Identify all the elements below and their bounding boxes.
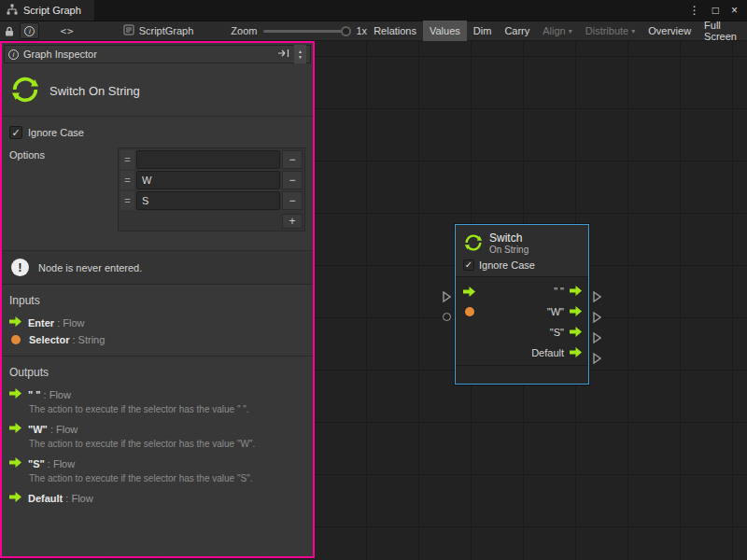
port-label: Default	[531, 347, 564, 358]
flow-arrow-icon	[9, 457, 21, 469]
check-icon: ✓	[465, 260, 472, 270]
carry-button[interactable]: Carry	[498, 21, 536, 41]
values-button[interactable]: Values	[423, 21, 467, 41]
fullscreen-button[interactable]: Full Screen	[698, 21, 747, 41]
node-header[interactable]: Switch On String ✓ Ignore Case	[456, 225, 588, 277]
window-controls: ⋮ □ ×	[689, 4, 747, 17]
output-port-line: " "Flow	[2, 385, 313, 403]
port-label: "W"	[547, 306, 564, 317]
graph-canvas[interactable]: Switch On String ✓ Ignore Case " "	[0, 41, 747, 560]
port-name: Default	[28, 493, 63, 504]
dock-inspector-icon[interactable]	[277, 49, 289, 60]
switch-icon	[463, 232, 484, 255]
ignore-case-checkbox[interactable]: ✓	[9, 126, 22, 139]
warning-text: Node is never entered.	[38, 262, 142, 273]
outputs-header: Outputs	[2, 362, 313, 385]
graph-breadcrumb[interactable]: ScriptGraph	[123, 24, 194, 37]
zoom-value: 1x	[356, 25, 367, 36]
inspected-node-title: Switch On String	[49, 84, 140, 98]
flow-arrow-icon	[9, 316, 21, 329]
port-type: Flow	[45, 458, 75, 469]
pane-scroll-widget[interactable]: ▲ ▼	[294, 45, 306, 63]
output-port-line: "W"Flow	[2, 420, 313, 438]
chevron-down-icon: ▾	[569, 27, 572, 35]
remove-option-button[interactable]: −	[282, 191, 303, 210]
value-port-icon	[11, 335, 21, 344]
drag-handle-icon[interactable]: =	[120, 171, 134, 189]
window-titlebar: Script Graph ⋮ □ ×	[0, 0, 747, 21]
chevron-down-icon: ▾	[631, 27, 635, 35]
output-flow-connector[interactable]	[593, 332, 601, 343]
inspector-header: i Graph Inspector ▲ ▼	[4, 45, 311, 63]
remove-option-button[interactable]: −	[282, 150, 303, 169]
switch-on-string-node[interactable]: Switch On String ✓ Ignore Case " "	[455, 224, 589, 385]
node-ignore-case-checkbox[interactable]: ✓	[463, 259, 474, 271]
port-name: Selector	[29, 334, 69, 345]
port-label: " "	[554, 286, 564, 297]
option-row: = −	[120, 150, 303, 169]
lock-icon[interactable]	[0, 26, 18, 36]
maximize-icon[interactable]: □	[712, 4, 719, 17]
port-type: Flow	[48, 424, 78, 435]
selector-string-port[interactable]	[463, 307, 476, 316]
zoom-control: Zoom 1x	[231, 25, 367, 36]
switch-icon	[9, 74, 41, 107]
port-row: "W"	[456, 301, 588, 322]
output-flow-connector[interactable]	[593, 291, 601, 302]
option-input[interactable]	[136, 150, 280, 169]
distribute-label: Distribute	[585, 25, 628, 36]
node-ports: " " "W" "S"	[456, 277, 588, 365]
inspector-toggle-button[interactable]: i	[20, 22, 39, 39]
node-settings-form: ✓ Ignore Case Options = − =	[2, 117, 313, 251]
flow-out-port[interactable]	[570, 327, 582, 339]
code-preview-button[interactable]: <>	[54, 25, 79, 37]
tab-label: Script Graph	[23, 5, 81, 16]
toolbar-buttons: Relations Values Dim Carry Align ▾ Distr…	[367, 21, 747, 41]
output-port-line: "S"Flow	[2, 455, 313, 472]
graph-inspector-panel: i Graph Inspector ▲ ▼	[0, 41, 315, 558]
port-description: The action to execute if the selector ha…	[29, 473, 305, 483]
flow-arrow-icon	[9, 423, 21, 435]
inputs-header: Inputs	[2, 290, 313, 314]
input-value-connector[interactable]	[443, 313, 451, 321]
output-flow-connector[interactable]	[593, 312, 601, 323]
add-option-button[interactable]: +	[282, 214, 303, 229]
window-menu-icon[interactable]: ⋮	[689, 4, 700, 17]
close-icon[interactable]: ×	[731, 4, 738, 17]
zoom-slider-handle[interactable]	[341, 26, 351, 36]
output-flow-connector[interactable]	[593, 353, 601, 364]
option-input[interactable]	[136, 191, 280, 210]
flow-arrow-icon	[9, 388, 21, 400]
drag-handle-icon[interactable]: =	[120, 191, 134, 210]
script-graph-asset-icon	[123, 24, 134, 37]
align-button[interactable]: Align ▾	[536, 21, 578, 41]
input-flow-connector[interactable]	[443, 291, 451, 302]
enter-flow-port[interactable]	[463, 287, 475, 297]
port-row: Default	[456, 343, 588, 363]
input-port-line: SelectorString	[2, 331, 313, 348]
zoom-slider[interactable]	[263, 30, 349, 33]
node-footer	[456, 365, 588, 376]
flow-out-port[interactable]	[570, 306, 582, 318]
node-subtitle: On String	[489, 245, 529, 255]
flow-out-port[interactable]	[570, 286, 582, 298]
overview-button[interactable]: Overview	[641, 21, 698, 41]
option-input[interactable]	[136, 171, 280, 189]
flow-out-port[interactable]	[570, 347, 582, 359]
port-name: Enter	[28, 317, 54, 329]
output-port-line: DefaultFlow	[2, 489, 313, 507]
drag-handle-icon[interactable]: =	[120, 150, 134, 169]
tab-script-graph[interactable]: Script Graph	[0, 0, 94, 21]
port-name: "W"	[28, 424, 48, 435]
distribute-button[interactable]: Distribute ▾	[579, 21, 641, 41]
relations-button[interactable]: Relations	[367, 21, 423, 41]
port-description: The action to execute if the selector ha…	[29, 439, 305, 449]
dim-button[interactable]: Dim	[467, 21, 499, 41]
inspected-node-title-row: Switch On String	[2, 65, 313, 117]
remove-option-button[interactable]: −	[282, 171, 303, 189]
scroll-down-icon[interactable]: ▼	[298, 54, 303, 60]
port-type: Flow	[41, 389, 71, 400]
align-label: Align	[543, 25, 565, 36]
outputs-section: Outputs " "Flow The action to execute if…	[2, 356, 313, 514]
port-label: "S"	[550, 327, 564, 338]
